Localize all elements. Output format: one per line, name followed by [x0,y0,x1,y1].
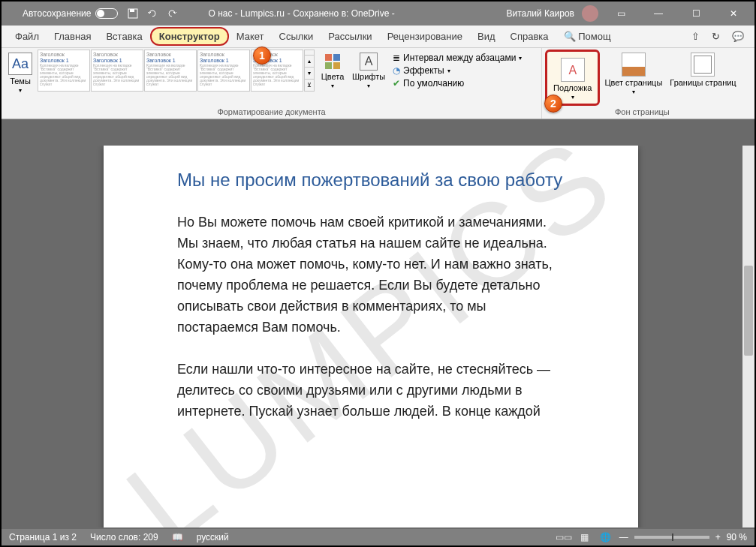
read-mode-icon[interactable]: ▭▭ [556,531,571,543]
redo-icon[interactable] [166,8,178,20]
print-layout-icon[interactable]: ▦ [577,531,592,543]
style-thumb[interactable]: ЗаголовокЗаголовок 1Коллекция на вкладке… [91,50,143,92]
svg-rect-3 [333,54,340,61]
vertical-scrollbar[interactable] [742,146,754,527]
dropdown-icon: ▾ [19,87,22,94]
tab-review[interactable]: Рецензирование [380,27,470,46]
fonts-label: Шрифты [352,72,385,81]
user-area: Виталий Каиров ▭ — ☐ ✕ [506,2,748,25]
document-area: LUMPICS Мы не просим пожертвований за св… [2,146,754,527]
para-spacing-label: Интервал между абзацами [403,53,516,63]
tab-mailings[interactable]: Рассылки [321,27,379,46]
doc-name: О нас - Lumpics.ru [208,8,284,19]
paragraph-spacing-button[interactable]: ≣ Интервал между абзацами ▾ [393,53,534,63]
paragraph-options: ≣ Интервал между абзацами ▾ ◔ Эффекты ▾ … [388,50,538,92]
themes-icon: Aa [8,53,32,75]
minimize-icon[interactable]: — [643,2,673,25]
fonts-button[interactable]: A Шрифты▾ [351,50,387,89]
dropdown-icon: ▾ [571,94,574,101]
tab-search[interactable]: 🔍 Помощ [556,27,619,46]
scroll-thumb[interactable] [744,266,753,356]
svg-rect-5 [333,62,340,69]
titlebar: Автосохранение О нас - Lumpics.ru - Сохр… [2,2,754,26]
comments-icon[interactable]: 💬 [727,28,748,45]
toggle-switch-icon[interactable] [95,8,118,19]
autosave-toggle[interactable]: Автосохранение [23,8,118,19]
undo-icon[interactable] [146,8,158,20]
style-thumb[interactable]: ЗаголовокЗаголовок 1Коллекция на вкладке… [38,50,90,92]
colors-label: Цвета [321,72,345,81]
set-default-button[interactable]: ✔ По умолчанию [393,78,534,89]
style-thumb[interactable]: ЗаголовокЗаголовок 1Коллекция на вкладке… [197,50,250,92]
zoom-level[interactable]: 90 % [727,532,747,542]
ribbon-tabs: Файл Главная Вставка Конструктор Макет С… [2,26,754,48]
page-borders-label: Границы страниц [670,78,736,87]
themes-button[interactable]: Aa Темы ▾ [5,50,36,94]
spellcheck-icon[interactable]: 📖 [172,532,183,542]
page-color-icon [622,53,646,77]
watermark-button[interactable]: Подложка ▾ [550,55,595,101]
effects-button[interactable]: ◔ Эффекты ▾ [393,65,534,76]
quick-access-toolbar [127,8,178,20]
document-heading[interactable]: Мы не просим пожертвований за свою работ… [177,170,565,191]
maximize-icon[interactable]: ☐ [681,2,711,25]
history-icon[interactable]: ↻ [707,28,724,45]
tab-help[interactable]: Справка [503,27,556,46]
svg-rect-1 [130,9,134,12]
style-gallery[interactable]: ЗаголовокЗаголовок 1Коллекция на вкладке… [38,50,315,92]
ribbon: Aa Темы ▾ ЗаголовокЗаголовок 1Коллекция … [2,48,754,119]
themes-label: Темы [10,77,31,86]
default-label: По умолчанию [403,78,464,89]
group-label-background: Фон страницы [545,106,739,119]
page-color-button[interactable]: Цвет страницы ▾ [601,50,665,95]
page-borders-icon [691,53,715,77]
document-paragraph[interactable]: Если нашли что-то интересное на сайте, н… [177,359,565,422]
status-page[interactable]: Страница 1 из 2 [9,532,77,542]
para-spacing-icon: ≣ [393,53,400,63]
zoom-out-icon[interactable]: — [619,532,628,542]
group-background: Подложка ▾ Цвет страницы ▾ Границы стран… [542,48,742,119]
effects-label: Эффекты [403,65,444,76]
tab-layout[interactable]: Макет [229,27,272,46]
status-language[interactable]: русский [197,532,229,542]
zoom-slider[interactable] [634,536,709,539]
search-label: Помощ [578,31,610,42]
user-name: Виталий Каиров [506,8,574,19]
page[interactable]: LUMPICS Мы не просим пожертвований за св… [104,146,638,527]
page-color-label: Цвет страницы [604,78,662,87]
tab-insert[interactable]: Вставка [98,27,149,46]
tab-home[interactable]: Главная [47,27,98,46]
tab-references[interactable]: Ссылки [272,27,321,46]
status-words[interactable]: Число слов: 209 [90,532,158,542]
callout-badge-1: 1 [253,47,271,65]
watermark-icon [561,58,585,82]
saved-status: - Сохранено в: OneDrive - [288,8,395,19]
effects-icon: ◔ [393,65,400,76]
document-title: О нас - Lumpics.ru - Сохранено в: OneDri… [208,8,394,19]
statusbar: Страница 1 из 2 Число слов: 209 📖 русски… [2,529,754,545]
fonts-icon: A [360,53,378,71]
style-thumb[interactable]: ЗаголовокЗаголовок 1Коллекция на вкладке… [144,50,197,92]
gallery-expand[interactable]: ▴▾⊻ [304,50,315,92]
document-paragraph[interactable]: Но Вы можете помочь нам своей критикой и… [177,212,565,338]
autosave-label: Автосохранение [23,8,91,19]
share-icon[interactable]: ⇧ [687,28,704,45]
tab-design[interactable]: Конструктор [150,27,229,46]
dropdown-icon: ▾ [632,89,635,95]
svg-rect-2 [325,54,332,61]
colors-button[interactable]: Цвета▾ [316,50,349,89]
colors-icon [324,53,342,71]
check-icon: ✔ [393,78,400,89]
user-avatar-icon[interactable] [582,5,598,22]
web-layout-icon[interactable]: 🌐 [598,531,613,543]
page-borders-button[interactable]: Границы страниц [667,50,739,87]
close-icon[interactable]: ✕ [718,2,748,25]
save-icon[interactable] [127,8,139,20]
watermark-label: Подложка [553,83,592,92]
zoom-in-icon[interactable]: + [715,532,721,542]
tab-view[interactable]: Вид [470,27,503,46]
ribbon-options-icon[interactable]: ▭ [606,2,636,25]
tab-file[interactable]: Файл [8,27,47,46]
group-formatting: Aa Темы ▾ ЗаголовокЗаголовок 1Коллекция … [2,48,542,119]
group-label-formatting: Форматирование документа [5,106,538,119]
